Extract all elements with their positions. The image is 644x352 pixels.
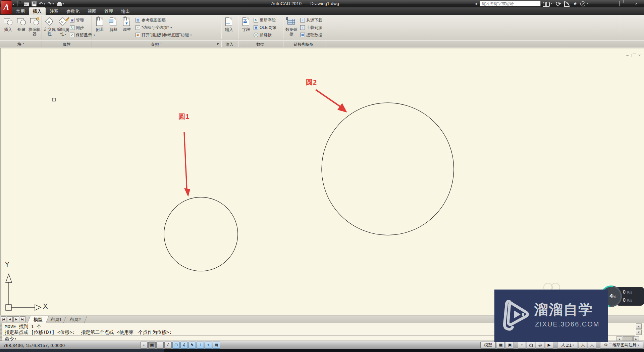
- annotation-autoscale-button[interactable]: 人: [588, 342, 596, 349]
- panel-label-link-extract[interactable]: 链接和提取: [283, 42, 325, 47]
- quick-view-drawings-button[interactable]: ▣: [506, 342, 514, 349]
- extract-data-button[interactable]: ▦提取数据: [300, 32, 322, 38]
- help-caret-icon[interactable]: ▾: [587, 2, 590, 5]
- ole-object-button[interactable]: ▣OLE 对象: [254, 24, 277, 31]
- attach-button[interactable]: 附着: [93, 16, 107, 40]
- circle-2[interactable]: [322, 103, 454, 235]
- polar-tracking-toggle[interactable]: ∠: [164, 342, 172, 349]
- command-scroll-down-icon[interactable]: ▼: [636, 329, 642, 335]
- workspace-switcher-button[interactable]: ⚙ 二维草图与注释 ▾: [600, 342, 643, 349]
- prev-tab-button[interactable]: ◀: [7, 316, 13, 322]
- redo-caret-icon[interactable]: ▾: [52, 2, 54, 5]
- open-file-icon[interactable]: [24, 2, 29, 6]
- tab-view[interactable]: 视图: [84, 7, 100, 15]
- adjust-button[interactable]: ▼ 调整: [120, 16, 133, 40]
- download-from-source-button[interactable]: ↓从源下载: [300, 17, 322, 24]
- circle-2-label: 圆2: [306, 78, 317, 87]
- panel-label-data[interactable]: 数据: [238, 42, 283, 47]
- undo-caret-icon[interactable]: ▾: [44, 2, 45, 5]
- quick-properties-toggle[interactable]: ▤: [213, 342, 220, 349]
- clip-button[interactable]: 剪裁: [107, 16, 120, 40]
- tab-manage[interactable]: 管理: [100, 7, 117, 15]
- pan-button[interactable]: +: [518, 342, 526, 349]
- new-file-icon[interactable]: [16, 1, 21, 6]
- application-menu-button[interactable]: A: [1, 0, 12, 14]
- tab-home[interactable]: 常用: [12, 7, 29, 15]
- help-icon[interactable]: ?: [580, 1, 585, 6]
- block-editor-button[interactable]: ↯ 块编辑器: [28, 16, 41, 40]
- tab-annotate[interactable]: 注释: [46, 7, 62, 15]
- zoom-icon: [529, 343, 533, 347]
- object-snap-toggle[interactable]: ⊡: [172, 342, 180, 349]
- save-icon[interactable]: [32, 1, 37, 6]
- snap-toggle[interactable]: ▫: [140, 342, 148, 349]
- upload-to-source-button[interactable]: ↑上载到源: [300, 24, 322, 31]
- drawing-canvas[interactable]: 圆1 圆2 Y X – ×: [0, 48, 644, 315]
- redo-icon[interactable]: ↷: [48, 1, 52, 6]
- insert-block-button[interactable]: 插入: [1, 16, 15, 40]
- import-button[interactable]: → 输入: [222, 16, 236, 40]
- model-space-button[interactable]: 模型: [480, 342, 496, 349]
- command-scroll-up-icon[interactable]: ▲: [636, 323, 642, 329]
- showmotion-button[interactable]: ▶: [545, 342, 553, 349]
- dynamic-input-toggle[interactable]: +: [205, 342, 212, 349]
- manage-attributes-button[interactable]: ▣管理: [70, 17, 84, 24]
- tab-parametric[interactable]: 参数化: [62, 7, 84, 15]
- retain-display-button[interactable]: ✓保留显示 ▾: [70, 32, 95, 38]
- minimize-button[interactable]: –: [598, 1, 608, 6]
- viewport-close-icon[interactable]: ×: [638, 53, 641, 58]
- plot-icon[interactable]: [56, 1, 62, 6]
- search-input[interactable]: [480, 1, 541, 6]
- frame-variable-button[interactable]: ⌐*边框可变选项* ▾: [136, 24, 172, 31]
- steering-wheel-button[interactable]: ◎: [536, 342, 544, 349]
- create-block-button[interactable]: 创建: [15, 16, 28, 40]
- favorites-star-icon[interactable]: ★: [572, 1, 579, 6]
- infocenter-collapse-icon[interactable]: ▶: [476, 2, 478, 5]
- zoom-button[interactable]: [527, 342, 535, 349]
- object-snap-tracking-toggle[interactable]: ↯: [189, 342, 196, 349]
- coordinates-display[interactable]: 768.3436, 1576.8157, 0.0000: [3, 343, 65, 348]
- small-block-square[interactable]: [52, 98, 55, 101]
- underlay-layers-button[interactable]: ▤参考底图图层: [136, 17, 166, 24]
- panel-label-block[interactable]: 块▾: [0, 42, 42, 47]
- first-tab-button[interactable]: |◀: [1, 316, 6, 322]
- dynamic-ucs-toggle[interactable]: ⊥: [197, 342, 204, 349]
- restore-button[interactable]: [615, 1, 625, 6]
- search-caret-icon[interactable]: ▾: [551, 2, 553, 5]
- panel-label-reference[interactable]: 参照▾: [92, 42, 221, 47]
- define-attributes-button[interactable]: 定义属性: [43, 16, 56, 40]
- data-link-button[interactable]: 8 数据链接: [284, 16, 299, 40]
- object-snap-3d-toggle[interactable]: ∡: [180, 342, 188, 349]
- annotation-visibility-button[interactable]: 人: [579, 342, 587, 349]
- viewport-minimize-icon[interactable]: –: [626, 53, 629, 58]
- ortho-toggle[interactable]: ∟: [156, 342, 164, 349]
- last-tab-button[interactable]: ▶|: [20, 316, 25, 322]
- edit-attributes-button[interactable]: 编辑属性▾: [56, 16, 70, 40]
- tab-model[interactable]: 模型: [28, 316, 49, 323]
- synchronize-button[interactable]: ↻同步: [70, 24, 84, 31]
- command-window-grip[interactable]: [0, 323, 2, 341]
- hyperlink-button[interactable]: ◎超链接: [254, 32, 272, 38]
- search-icon[interactable]: [542, 1, 549, 6]
- undo-icon[interactable]: ↶: [39, 1, 43, 6]
- quick-view-layouts-button[interactable]: ▦: [497, 342, 505, 349]
- viewport-restore-icon[interactable]: [632, 54, 635, 57]
- panel-label-import[interactable]: 输入: [221, 42, 238, 47]
- grid-toggle[interactable]: ▦: [148, 342, 156, 349]
- circle-1[interactable]: [164, 197, 238, 271]
- tab-layout2[interactable]: 布局2: [63, 316, 88, 323]
- field-button[interactable]: A 字段: [239, 16, 253, 40]
- close-button[interactable]: ×: [631, 1, 641, 6]
- annotation-scale-button[interactable]: 人 1:1 ▾: [557, 342, 578, 349]
- reference-dialog-launcher-icon[interactable]: [217, 43, 219, 46]
- snap-to-underlay-button[interactable]: ◉打开"捕捉到参考底图"功能 ▾: [136, 32, 192, 38]
- next-tab-button[interactable]: ▶: [13, 316, 19, 322]
- tab-insert[interactable]: 插入: [29, 7, 46, 15]
- info-center: ▶ ▾ ★ ? ▾: [476, 1, 590, 6]
- subscription-key-icon[interactable]: [555, 1, 562, 6]
- tab-output[interactable]: 输出: [117, 7, 134, 15]
- panel-label-attributes[interactable]: 属性: [42, 42, 92, 47]
- communication-center-icon[interactable]: [564, 1, 570, 6]
- qat-customize-caret-icon[interactable]: ▾: [63, 2, 64, 5]
- update-field-button[interactable]: ↻更新字段: [254, 17, 276, 24]
